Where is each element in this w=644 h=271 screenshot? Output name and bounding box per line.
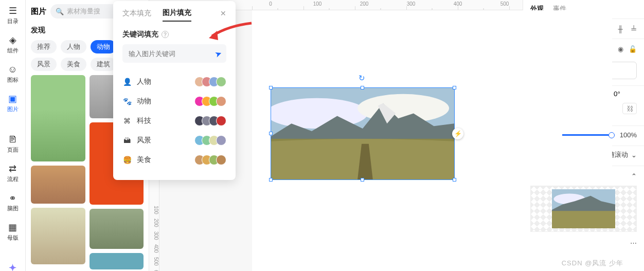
category-previews [198,135,226,146]
rail-页面[interactable]: 🖹页面 [0,133,25,155]
resize-handle[interactable] [361,178,364,182]
category-icon: 🐾 [122,97,132,105]
category-人物[interactable]: 👤人物 [122,72,226,92]
visibility-icon[interactable]: ◉ [618,45,623,53]
watermark: CSDN @风流 少年 [562,259,623,268]
tab-discover[interactable]: 发现 [31,26,45,35]
close-icon[interactable]: ✕ [220,9,226,17]
chip-风景[interactable]: 风景 [31,58,57,71]
category-icon: ⌘ [122,117,132,125]
search-icon: 🔍 [56,8,64,15]
category-previews [198,96,226,106]
annotation-arrow [208,21,254,43]
rail-AI[interactable]: ✦AI [0,261,25,271]
rail-图片[interactable]: ▣图片 [0,92,25,114]
resize-handle[interactable] [361,86,364,89]
resize-handle[interactable] [269,178,273,182]
resize-handle[interactable] [453,86,456,89]
rail-母版[interactable]: ▦母版 [0,221,25,243]
rail-icon: ◈ [7,34,19,46]
keyword-text-input[interactable] [129,50,215,58]
category-icon: 🏔 [122,136,132,144]
rail-icon: ☺ [7,64,19,75]
link-dimensions-icon[interactable]: ⛓ [622,103,637,114]
chevron-up-icon[interactable]: ⌃ [631,172,637,180]
gallery-thumb[interactable] [31,166,85,204]
gallery-thumb[interactable] [90,253,144,269]
category-科技[interactable]: ⌘科技 [122,111,226,131]
keyword-title: 关键词填充 [122,30,158,39]
rail-icon: ▦ [7,222,19,233]
image-preview [530,186,637,232]
chevron-down-icon: ⌄ [631,151,637,159]
send-icon[interactable]: ➤ [213,48,223,59]
distribute-bottom-icon[interactable]: ╧ [629,24,638,33]
rail-目录[interactable]: ☰目录 [0,4,25,26]
distribute-middle-icon[interactable]: ╫ [616,24,625,33]
panel-title: 图片 [31,7,46,16]
category-previews [198,77,226,87]
rail-icon: ✦ [7,262,19,271]
left-nav-rail: ☰目录◈组件☺图标▣图片🖹页面⇄流程⚭脑图▦母版✦AI [0,0,26,271]
rail-脑图[interactable]: ⚭脑图 [0,191,25,213]
rail-icon: ☰ [7,5,19,16]
chip-推荐[interactable]: 推荐 [31,40,57,53]
svg-rect-6 [552,211,615,228]
category-动物[interactable]: 🐾动物 [122,92,226,111]
rail-icon: 🖹 [7,134,19,145]
popup-tab-image[interactable]: 图片填充 [163,8,191,22]
category-previews [198,116,226,126]
rail-图标[interactable]: ☺图标 [0,63,25,85]
chip-建筑[interactable]: 建筑 [91,58,116,71]
category-风景[interactable]: 🏔风景 [122,131,226,150]
rail-流程[interactable]: ⇄流程 [0,162,25,184]
rail-组件[interactable]: ◈组件 [0,33,25,56]
category-icon: 🍔 [122,156,132,164]
more-icon[interactable]: ⋯ [630,239,637,247]
rotate-handle-icon[interactable]: ↻ [359,74,365,83]
category-previews [198,155,226,165]
popup-tab-text[interactable]: 文本填充 [122,9,151,21]
chip-美食[interactable]: 美食 [61,58,86,71]
gallery-thumb[interactable] [31,208,85,264]
rail-icon: ⚭ [7,192,19,204]
resize-handle[interactable] [453,178,456,182]
resize-handle[interactable] [269,132,273,135]
selected-image[interactable]: ↻ ⚡ [271,87,455,180]
category-icon: 👤 [122,78,132,86]
resize-handle[interactable] [269,86,273,89]
lock-icon[interactable]: 🔓 [629,45,637,53]
rail-icon: ⇄ [7,163,19,174]
rail-icon: ▣ [7,93,19,104]
category-美食[interactable]: 🍔美食 [122,150,226,170]
quick-action-icon[interactable]: ⚡ [452,128,463,139]
chip-人物[interactable]: 人物 [61,40,86,53]
chip-动物[interactable]: 动物 [91,40,116,53]
opacity-value: 100% [620,131,637,139]
help-icon[interactable]: ? [162,31,169,38]
opacity-slider[interactable] [562,134,615,136]
keyword-input[interactable]: ➤ [122,44,226,63]
gallery-thumb[interactable] [31,75,85,161]
rotation-input[interactable] [614,90,633,98]
gallery-thumb[interactable] [90,209,144,249]
